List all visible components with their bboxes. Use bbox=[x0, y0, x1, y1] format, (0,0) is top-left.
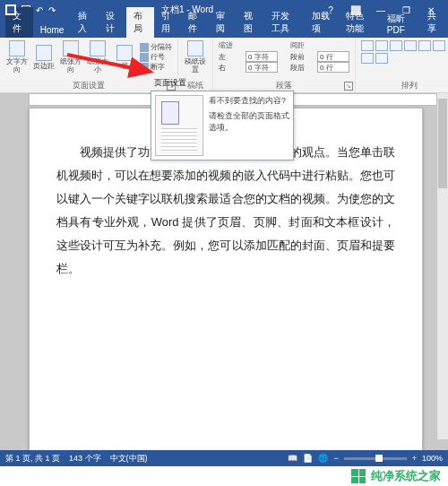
page-setup-tooltip: 页面设置 看不到要查找的内容? 请检查全部的页面格式选项。 bbox=[151, 75, 294, 161]
zoom-slider[interactable] bbox=[344, 457, 407, 460]
align-button[interactable] bbox=[433, 40, 445, 51]
tab-design[interactable]: 设计 bbox=[99, 7, 126, 38]
group-button[interactable] bbox=[361, 53, 374, 64]
group-arrange: 排列 bbox=[356, 38, 448, 92]
status-page[interactable]: 第 1 页, 共 1 页 bbox=[5, 453, 60, 464]
zoom-out-button[interactable]: − bbox=[333, 454, 338, 463]
ribbon-tabbar: 文件 Home 插入 设计 布局 引用 邮件 审阅 视图 开发工具 加载项 特色… bbox=[0, 20, 448, 38]
view-web-icon[interactable]: 🌐 bbox=[318, 454, 328, 463]
wrap-text-button[interactable] bbox=[375, 40, 388, 51]
tab-insert[interactable]: 插入 bbox=[71, 7, 99, 38]
tooltip-thumbnail-icon bbox=[155, 95, 203, 156]
orientation-button[interactable]: 纸张方向 bbox=[59, 40, 82, 74]
watermark-text: 纯净系统之家 bbox=[371, 468, 441, 484]
size-button[interactable]: 纸张大小 bbox=[86, 40, 109, 74]
indent-header: 缩进 bbox=[219, 40, 278, 50]
orientation-icon bbox=[63, 40, 79, 56]
columns-icon bbox=[116, 45, 133, 61]
paper-settings-button[interactable]: 稿纸设置 bbox=[184, 40, 207, 74]
size-icon bbox=[90, 40, 106, 56]
scrollbar-thumb[interactable] bbox=[438, 99, 447, 188]
margins-button[interactable]: 页边距 bbox=[32, 45, 56, 70]
tab-mail[interactable]: 邮件 bbox=[181, 7, 209, 38]
selection-pane-button[interactable] bbox=[418, 40, 431, 51]
status-bar: 第 1 页, 共 1 页 143 个字 中文(中国) 📖 📄 🌐 − + 100… bbox=[0, 450, 448, 466]
margins-icon bbox=[36, 45, 52, 61]
tab-addin[interactable]: 加载项 bbox=[305, 7, 339, 38]
watermark-logo-icon bbox=[351, 469, 366, 483]
paragraph-launcher[interactable]: ↘ bbox=[344, 82, 353, 91]
tooltip-desc: 请检查全部的页面格式选项。 bbox=[209, 110, 289, 134]
text-direction-icon bbox=[9, 40, 25, 56]
line-numbers-button[interactable]: 行号 bbox=[140, 52, 172, 62]
hyphenation-icon bbox=[140, 63, 149, 72]
rotate-button[interactable] bbox=[375, 53, 388, 64]
tab-view[interactable]: 视图 bbox=[237, 7, 264, 38]
tab-foxit[interactable]: 福昕PDF bbox=[380, 10, 421, 38]
paper-icon bbox=[187, 40, 203, 56]
spacing-after-field[interactable]: 段后0 行 bbox=[290, 62, 349, 73]
tooltip-question: 看不到要查找的内容? bbox=[209, 95, 289, 107]
bring-forward-button[interactable] bbox=[390, 40, 402, 51]
indent-right-field[interactable]: 右0 字符 bbox=[219, 62, 278, 73]
breaks-icon bbox=[140, 43, 149, 52]
spacing-header: 间距 bbox=[290, 40, 349, 50]
status-language[interactable]: 中文(中国) bbox=[110, 453, 148, 464]
watermark-bar: 纯净系统之家 bbox=[0, 466, 448, 486]
zoom-level[interactable]: 100% bbox=[422, 454, 443, 463]
tab-layout[interactable]: 布局 bbox=[126, 7, 154, 38]
tab-dev[interactable]: 开发工具 bbox=[264, 7, 306, 38]
tab-quote[interactable]: 引用 bbox=[154, 7, 182, 38]
text-direction-button[interactable]: 文字方向 bbox=[5, 40, 29, 74]
redo-icon[interactable]: ↷ bbox=[48, 5, 56, 15]
word-app-icon bbox=[5, 4, 16, 15]
document-body[interactable]: 视频提供了功能强大的方法帮助您证明您的观点。当您单击联机视频时，可以在想要添加的… bbox=[56, 141, 395, 281]
undo-icon[interactable]: ↶ bbox=[36, 5, 43, 15]
view-read-icon[interactable]: 📖 bbox=[288, 454, 297, 463]
share-button[interactable]: 共享 bbox=[420, 7, 448, 38]
spacing-before-field[interactable]: 段前0 行 bbox=[290, 51, 349, 62]
position-button[interactable] bbox=[361, 40, 374, 51]
indent-left-field[interactable]: 左0 字符 bbox=[219, 51, 278, 62]
tooltip-title: 页面设置 bbox=[154, 77, 294, 89]
columns-button[interactable]: 栏 bbox=[113, 45, 136, 70]
tab-review[interactable]: 审阅 bbox=[209, 7, 237, 38]
status-word-count[interactable]: 143 个字 bbox=[69, 453, 101, 464]
view-print-icon[interactable]: 📄 bbox=[303, 454, 313, 463]
tab-home[interactable]: Home bbox=[33, 22, 72, 38]
breaks-button[interactable]: 分隔符 bbox=[140, 42, 172, 52]
tab-special[interactable]: 特色功能 bbox=[339, 7, 380, 38]
send-backward-button[interactable] bbox=[404, 40, 417, 51]
vertical-scrollbar[interactable] bbox=[437, 93, 448, 439]
zoom-in-button[interactable]: + bbox=[412, 454, 417, 463]
group-label: 排列 bbox=[356, 80, 448, 91]
line-numbers-icon bbox=[140, 53, 149, 62]
hyphenation-button[interactable]: 断字 bbox=[140, 62, 172, 72]
